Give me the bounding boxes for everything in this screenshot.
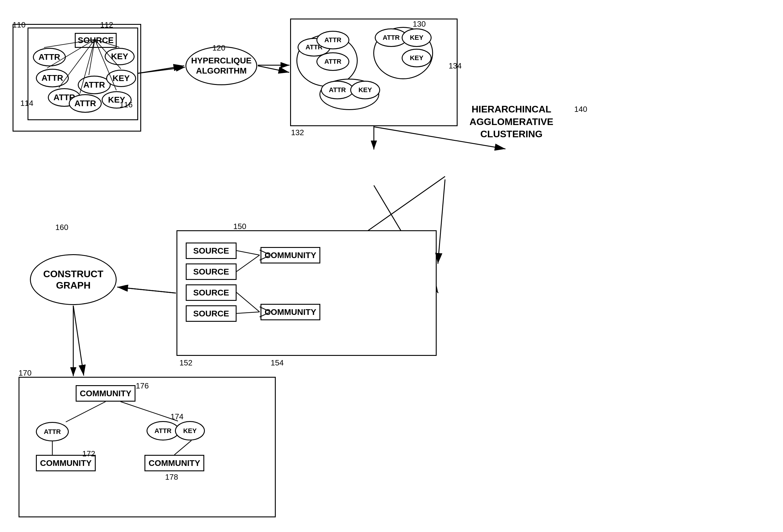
attr-170-1: ATTR xyxy=(36,422,69,441)
text-140-hierarchical: HIERARCHINCAL AGGLOMERATIVE CLUSTERING xyxy=(446,103,577,140)
source-150-4: SOURCE xyxy=(186,305,237,322)
box-130: ATTR ATTR ATTR ATTR KEY KEY ATTR KEY xyxy=(290,19,458,126)
label-174: 174 xyxy=(170,412,183,421)
community-150-1: COMMUNITY xyxy=(260,247,320,263)
attr-130-5: ATTR xyxy=(321,81,354,99)
svg-line-34 xyxy=(258,66,289,72)
key-ellipse-112-1: KEY xyxy=(105,48,134,65)
svg-line-28 xyxy=(66,402,105,422)
svg-line-37 xyxy=(117,287,176,293)
label-170: 170 xyxy=(19,368,31,378)
label-160: 160 xyxy=(55,223,68,232)
label-130: 130 xyxy=(413,20,426,29)
label-140: 140 xyxy=(574,105,587,114)
label-172: 172 xyxy=(82,449,95,459)
label-132: 132 xyxy=(291,128,304,137)
label-110: 110 xyxy=(12,20,25,30)
label-154: 154 xyxy=(271,358,284,368)
attr-170-2: ATTR xyxy=(147,421,180,440)
attr-130-3: ATTR xyxy=(316,52,349,71)
label-178: 178 xyxy=(165,472,178,482)
attr-ellipse-112-2: ATTR xyxy=(36,69,69,87)
key-130-1: KEY xyxy=(402,28,432,47)
key-130-3: KEY xyxy=(350,81,380,99)
box-170: COMMUNITY ATTR ATTR KEY COMMUNITY COMMUN… xyxy=(19,377,276,518)
source-rect-112: SOURCE xyxy=(75,33,117,48)
svg-line-27 xyxy=(237,312,260,313)
label-112: 112 xyxy=(100,20,113,30)
svg-line-1 xyxy=(138,67,185,73)
key-ellipse-112-2: KEY xyxy=(106,70,136,87)
key-130-2: KEY xyxy=(402,49,432,67)
box170-lines xyxy=(20,378,277,518)
ellipse-160-construct-graph: CONSTRUCT GRAPH xyxy=(30,254,117,305)
box-150: SOURCE SOURCE SOURCE SOURCE COMMUNITY CO… xyxy=(177,230,437,356)
attr-ellipse-112-1: ATTR xyxy=(33,48,66,66)
community-150-2: COMMUNITY xyxy=(260,304,320,320)
svg-line-29 xyxy=(121,402,178,421)
label-116: 116 xyxy=(120,100,132,109)
label-120: 120 xyxy=(212,43,225,53)
key-170-1: KEY xyxy=(175,421,205,440)
diagram-container: SOURCE ATTR ATTR ATTR ATTR ATTR KEY KEY … xyxy=(0,0,783,532)
label-176: 176 xyxy=(136,381,149,390)
svg-line-24 xyxy=(237,251,260,255)
attr-130-2: ATTR xyxy=(316,31,349,49)
source-150-2: SOURCE xyxy=(186,263,237,280)
label-114: 114 xyxy=(20,99,33,108)
source-150-3: SOURCE xyxy=(186,284,237,301)
svg-line-33 xyxy=(138,66,184,73)
svg-line-36 xyxy=(438,180,445,264)
label-150: 150 xyxy=(233,222,246,231)
community-170-b2: COMMUNITY xyxy=(145,455,204,471)
svg-line-6 xyxy=(118,287,176,293)
community-170-top: COMMUNITY xyxy=(76,385,135,402)
svg-line-38 xyxy=(73,306,84,376)
source-150-1: SOURCE xyxy=(186,243,237,259)
svg-line-25 xyxy=(237,255,260,272)
label-152: 152 xyxy=(180,358,192,368)
attr-ellipse-112-4: ATTR xyxy=(69,94,102,113)
attr-ellipse-112-5: ATTR xyxy=(78,76,111,94)
label-134: 134 xyxy=(449,61,462,70)
svg-line-26 xyxy=(237,292,260,312)
svg-line-31 xyxy=(175,440,191,455)
